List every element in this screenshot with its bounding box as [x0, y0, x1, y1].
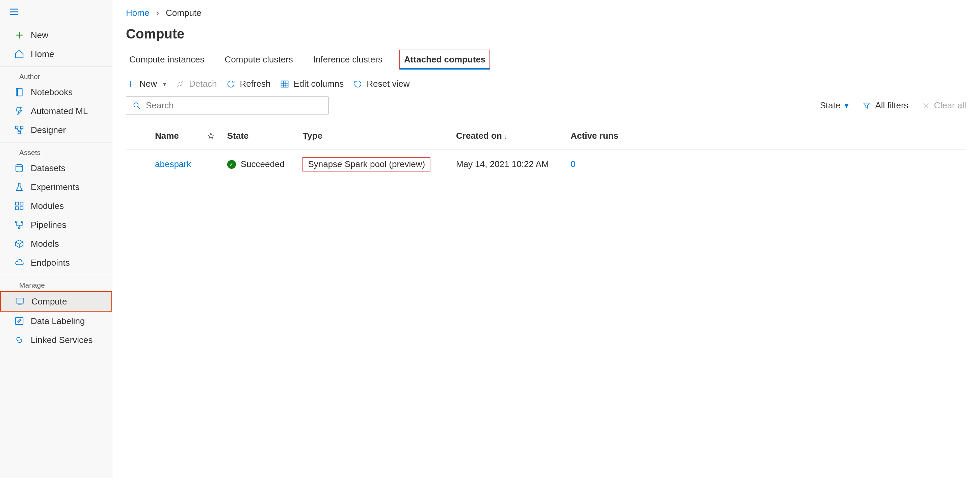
sort-desc-icon: ↓: [504, 132, 508, 140]
sidebar-section-author: Author: [0, 66, 112, 83]
table-row[interactable]: abespark ✓ Succeeded Synapse Spark pool …: [126, 150, 966, 179]
sidebar-item-endpoints[interactable]: Endpoints: [0, 253, 112, 272]
main-content: Home › Compute Compute Compute instances…: [112, 0, 980, 478]
status-badge: ✓ Succeeded: [227, 159, 292, 169]
search-box[interactable]: [126, 97, 328, 115]
cloud-icon: [14, 257, 25, 268]
state-filter-label: State: [820, 100, 841, 111]
sidebar-item-datasets[interactable]: Datasets: [0, 159, 112, 178]
sidebar-item-linked-services[interactable]: Linked Services: [0, 330, 112, 349]
edit-columns-label: Edit columns: [293, 79, 344, 89]
sidebar-item-home[interactable]: Home: [0, 45, 112, 64]
sidebar-item-label: Notebooks: [31, 87, 73, 97]
sidebar-item-label: Datasets: [31, 163, 65, 174]
sidebar-section-assets: Assets: [0, 142, 112, 159]
compute-table: Name ☆ State Type Created on↓ Active run…: [126, 123, 966, 179]
svg-rect-15: [16, 207, 19, 210]
reset-view-button[interactable]: Reset view: [353, 79, 409, 89]
flask-icon: [14, 182, 25, 193]
sidebar-item-models[interactable]: Models: [0, 234, 112, 253]
monitor-icon: [14, 296, 25, 307]
col-active-runs[interactable]: Active runs: [565, 123, 630, 150]
created-on: May 14, 2021 10:22 AM: [451, 150, 565, 179]
col-created[interactable]: Created on↓: [451, 123, 565, 150]
sidebar-item-experiments[interactable]: Experiments: [0, 178, 112, 196]
sidebar-item-new[interactable]: New: [0, 25, 112, 45]
link-icon: [14, 335, 25, 345]
col-name[interactable]: Name: [150, 123, 202, 150]
sidebar: New Home Author Notebooks Automated ML D…: [0, 0, 112, 478]
sidebar-item-modules[interactable]: Modules: [0, 196, 112, 215]
sidebar-item-designer[interactable]: Designer: [0, 121, 112, 139]
plus-icon: [14, 30, 25, 40]
pipeline-icon: [14, 220, 25, 230]
svg-rect-9: [18, 131, 21, 134]
all-filters-button[interactable]: All filters: [862, 100, 908, 111]
close-icon: [922, 102, 930, 110]
edit-icon: [14, 315, 25, 327]
sidebar-item-label: Models: [31, 239, 59, 249]
refresh-label: Refresh: [240, 79, 270, 89]
chevron-right-icon: ›: [156, 8, 159, 18]
cube-icon: [14, 238, 25, 249]
search-input[interactable]: [146, 100, 322, 111]
new-button[interactable]: New ▾: [126, 79, 166, 89]
sidebar-item-label: New: [31, 30, 48, 40]
svg-rect-16: [20, 207, 23, 210]
sidebar-item-label: Endpoints: [31, 258, 70, 268]
designer-icon: [14, 124, 25, 135]
search-icon: [132, 101, 141, 110]
svg-rect-26: [281, 81, 288, 87]
compute-name-link[interactable]: abespark: [155, 159, 191, 169]
detach-button: Detach: [175, 79, 217, 89]
sidebar-section-manage: Manage: [0, 275, 112, 291]
sidebar-item-label: Modules: [31, 201, 64, 211]
svg-rect-23: [16, 318, 23, 324]
state-filter[interactable]: State ▾: [820, 100, 849, 111]
compute-type: Synapse Spark pool (preview): [302, 157, 430, 172]
active-runs-link[interactable]: 0: [571, 159, 575, 169]
sidebar-item-compute[interactable]: Compute: [0, 291, 112, 312]
sidebar-item-pipelines[interactable]: Pipelines: [0, 215, 112, 234]
svg-rect-20: [16, 298, 24, 303]
success-icon: ✓: [227, 160, 236, 169]
sidebar-item-label: Data Labeling: [31, 316, 85, 327]
svg-rect-7: [16, 126, 18, 129]
tab-compute-clusters[interactable]: Compute clusters: [221, 49, 296, 70]
sidebar-item-data-labeling[interactable]: Data Labeling: [0, 312, 112, 330]
breadcrumb-current: Compute: [166, 8, 202, 18]
breadcrumb: Home › Compute: [126, 6, 966, 26]
tab-compute-instances[interactable]: Compute instances: [126, 49, 208, 70]
sidebar-item-automl[interactable]: Automated ML: [0, 102, 112, 121]
home-icon: [14, 49, 25, 59]
svg-line-11: [19, 129, 22, 131]
svg-line-10: [17, 129, 19, 131]
breadcrumb-home[interactable]: Home: [126, 8, 149, 18]
modules-icon: [14, 201, 25, 211]
tab-inference-clusters[interactable]: Inference clusters: [310, 49, 386, 70]
sidebar-item-label: Automated ML: [31, 106, 88, 116]
col-state[interactable]: State: [222, 123, 298, 150]
tab-attached-computes[interactable]: Attached computes: [399, 49, 490, 70]
notebook-icon: [14, 87, 25, 97]
sidebar-item-label: Home: [31, 49, 54, 59]
filter-icon: [862, 101, 871, 110]
svg-point-31: [134, 103, 138, 107]
hamburger-menu[interactable]: [0, 5, 112, 25]
toolbar: New ▾ Detach Refresh Edit columns Reset …: [126, 79, 966, 89]
svg-rect-14: [20, 202, 23, 205]
star-icon: ☆: [207, 131, 215, 141]
filter-row: State ▾ All filters Clear all: [126, 97, 966, 115]
refresh-button[interactable]: Refresh: [226, 79, 270, 89]
new-label: New: [139, 79, 157, 89]
svg-rect-13: [16, 202, 19, 205]
sidebar-item-label: Linked Services: [31, 335, 93, 345]
edit-columns-button[interactable]: Edit columns: [280, 79, 344, 89]
datasets-icon: [14, 163, 25, 174]
status-text: Succeeded: [241, 159, 285, 169]
svg-point-19: [19, 227, 20, 229]
svg-point-17: [16, 221, 17, 223]
col-type[interactable]: Type: [297, 123, 451, 150]
sidebar-item-label: Experiments: [31, 182, 80, 193]
sidebar-item-notebooks[interactable]: Notebooks: [0, 83, 112, 102]
